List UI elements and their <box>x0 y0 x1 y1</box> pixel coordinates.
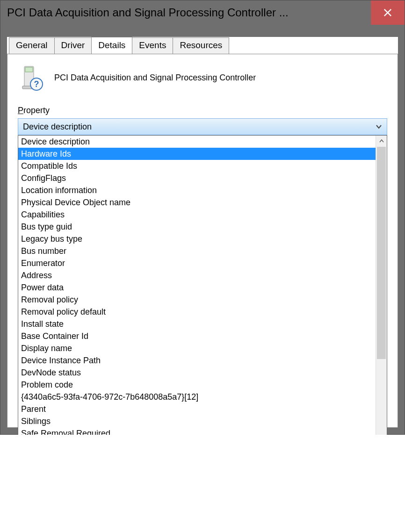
dropdown-item[interactable]: Removal policy default <box>18 306 376 318</box>
tab-driver[interactable]: Driver <box>54 37 92 54</box>
dropdown-item[interactable]: Address <box>18 269 376 281</box>
dropdown-item[interactable]: ConfigFlags <box>18 172 376 184</box>
property-combobox[interactable]: Device description <box>18 118 387 135</box>
details-tab-panel: ? PCI Data Acquisition and Signal Proces… <box>7 54 398 428</box>
scroll-thumb[interactable] <box>377 147 386 359</box>
svg-text:?: ? <box>34 79 39 89</box>
property-label-accel: P <box>18 106 23 115</box>
property-dropdown: Device descriptionHardware IdsCompatible… <box>18 135 387 435</box>
svg-rect-3 <box>25 67 33 72</box>
property-label: Property <box>18 106 387 115</box>
dropdown-item[interactable]: {4340a6c5-93fa-4706-972c-7b648008a5a7}[1… <box>18 391 376 403</box>
dropdown-item[interactable]: Removal policy <box>18 294 376 306</box>
dropdown-scrollbar[interactable] <box>376 136 387 435</box>
dropdown-item[interactable]: Capabilities <box>18 208 376 221</box>
dropdown-item[interactable]: Display name <box>18 342 376 354</box>
dropdown-item[interactable]: Safe Removal Required <box>18 427 376 435</box>
close-button[interactable] <box>371 0 405 25</box>
client-area: General Driver Details Events Resources … <box>0 25 405 434</box>
combobox-selected: Device description <box>23 122 92 132</box>
dropdown-item[interactable]: DevNode status <box>18 367 376 379</box>
properties-window: PCI Data Acquisition and Signal Processi… <box>0 0 405 435</box>
device-unknown-icon: ? <box>18 65 44 91</box>
dropdown-item[interactable]: Legacy bus type <box>18 233 376 245</box>
window-title: PCI Data Acquisition and Signal Processi… <box>0 6 289 19</box>
inner-frame: General Driver Details Events Resources … <box>7 37 398 428</box>
dropdown-item[interactable]: Physical Device Object name <box>18 196 376 208</box>
tabstrip: General Driver Details Events Resources <box>9 37 398 54</box>
tab-general[interactable]: General <box>9 37 55 54</box>
dropdown-item[interactable]: Bus type guid <box>18 221 376 233</box>
scroll-up-button[interactable] <box>376 136 387 147</box>
dropdown-item[interactable]: Power data <box>18 281 376 294</box>
dropdown-item[interactable]: Device description <box>18 136 376 148</box>
dropdown-item[interactable]: Bus number <box>18 245 376 257</box>
tab-resources[interactable]: Resources <box>173 37 229 54</box>
tab-details[interactable]: Details <box>91 37 132 54</box>
scroll-track[interactable] <box>376 147 387 435</box>
device-name: PCI Data Acquisition and Signal Processi… <box>54 73 256 83</box>
dropdown-item[interactable]: Parent <box>18 403 376 415</box>
property-label-rest: roperty <box>23 106 50 115</box>
dropdown-item[interactable]: Siblings <box>18 415 376 427</box>
titlebar[interactable]: PCI Data Acquisition and Signal Processi… <box>0 0 405 25</box>
dropdown-item[interactable]: Location information <box>18 184 376 196</box>
dropdown-item[interactable]: Device Instance Path <box>18 354 376 367</box>
dropdown-item[interactable]: Install state <box>18 318 376 330</box>
dropdown-item[interactable]: Compatible Ids <box>18 160 376 172</box>
dropdown-item[interactable]: Enumerator <box>18 257 376 269</box>
chevron-down-icon <box>376 123 382 130</box>
close-icon <box>383 8 392 17</box>
dropdown-item[interactable]: Base Container Id <box>18 330 376 342</box>
tab-events[interactable]: Events <box>132 37 173 54</box>
dropdown-list: Device descriptionHardware IdsCompatible… <box>18 136 376 435</box>
device-header: ? PCI Data Acquisition and Signal Proces… <box>18 65 387 91</box>
dropdown-item[interactable]: Problem code <box>18 379 376 391</box>
dropdown-item[interactable]: Hardware Ids <box>18 148 376 160</box>
